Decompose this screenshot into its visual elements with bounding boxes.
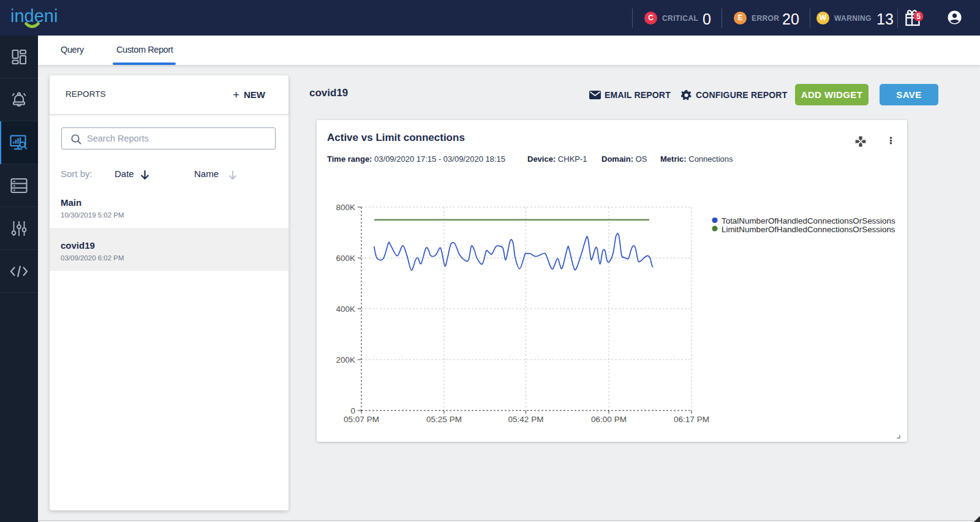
svg-text:800K: 800K bbox=[336, 203, 355, 212]
svg-text:05:42 PM: 05:42 PM bbox=[508, 415, 544, 424]
svg-text:200K: 200K bbox=[336, 355, 355, 365]
svg-text:indeni: indeni bbox=[10, 6, 58, 26]
svg-text:400K: 400K bbox=[336, 304, 355, 314]
svg-text:600K: 600K bbox=[336, 254, 355, 263]
svg-text:05:07 PM: 05:07 PM bbox=[344, 415, 379, 424]
svg-text:0: 0 bbox=[350, 406, 355, 415]
svg-text:06:17 PM: 06:17 PM bbox=[674, 415, 709, 424]
svg-text:LimitNumberOfHandledConnection: LimitNumberOfHandledConnectionsOrSession… bbox=[722, 225, 895, 234]
svg-text:06:00 PM: 06:00 PM bbox=[591, 415, 627, 424]
svg-text:5: 5 bbox=[916, 12, 921, 21]
svg-text:05:25 PM: 05:25 PM bbox=[426, 415, 462, 424]
